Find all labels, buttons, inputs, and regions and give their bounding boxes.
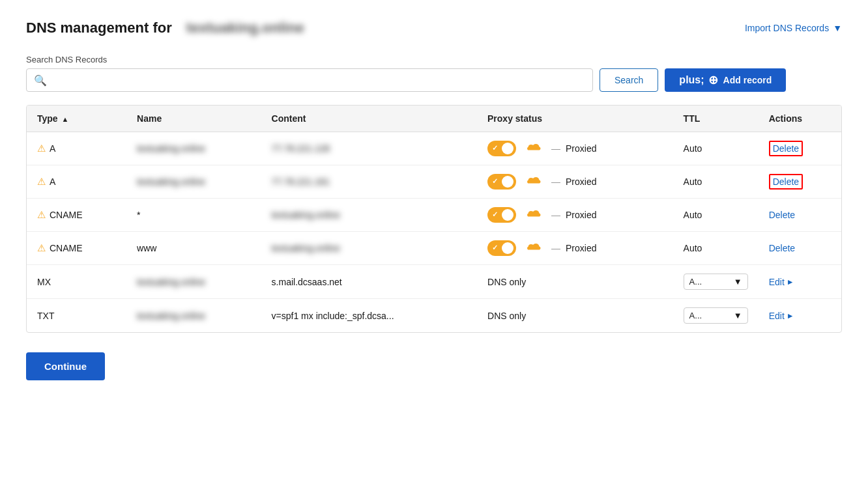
proxy-status-cell: DNS only	[477, 299, 673, 333]
blurred-name: textuaking.online	[137, 277, 205, 287]
actions-cell: Edit►	[759, 299, 841, 333]
search-row: 🔍 Search plus; ⊕ Add record	[26, 68, 842, 92]
record-type: MX	[37, 277, 51, 287]
search-label: Search DNS Records	[26, 55, 842, 64]
actions-cell: Edit►	[759, 265, 841, 299]
col-ttl: TTL	[673, 106, 759, 132]
table-row: ⚠Atextuaking.online77.78.221.128✓ —Proxi…	[27, 132, 841, 165]
delete-link[interactable]: Delete	[769, 243, 795, 253]
blurred-content: 77.78.221.128	[272, 143, 330, 154]
table-body: ⚠Atextuaking.online77.78.221.128✓ —Proxi…	[27, 132, 841, 333]
type-cell: ⚠A	[37, 143, 116, 154]
record-name: *	[126, 199, 261, 232]
page-container: DNS management for textuaking.online Imp…	[0, 0, 868, 406]
proxy-dash: —	[551, 210, 560, 220]
proxy-status-cell: ✓ —Proxied	[477, 199, 673, 232]
proxy-toggle[interactable]: ✓	[487, 240, 516, 256]
ttl-cell: Auto	[673, 165, 759, 199]
edit-link[interactable]: Edit►	[769, 311, 831, 321]
col-name: Name	[126, 106, 261, 132]
blurred-name: textuaking.online	[137, 143, 205, 154]
proxy-status-cell: DNS only	[477, 265, 673, 299]
record-content: v=spf1 mx include:_spf.dcsa...	[261, 299, 477, 333]
proxy-dash: —	[551, 243, 560, 253]
type-cell: ⚠CNAME	[37, 209, 116, 221]
search-input[interactable]	[26, 68, 593, 92]
col-actions: Actions	[759, 106, 841, 132]
right-arrow-icon: ►	[787, 311, 794, 320]
proxy-toggle[interactable]: ✓	[487, 207, 516, 223]
type-cell: TXT	[37, 311, 116, 321]
proxy-status-cell: ✓ —Proxied	[477, 232, 673, 265]
plus-circle-icon: ⊕	[708, 74, 718, 86]
edit-link[interactable]: Edit►	[769, 277, 831, 287]
delete-link[interactable]: Delete	[769, 141, 803, 156]
proxy-toggle-container: ✓ —Proxied	[487, 174, 663, 190]
proxy-toggle[interactable]: ✓	[487, 141, 516, 156]
ttl-value: A...	[689, 311, 702, 320]
proxied-label: Proxied	[566, 143, 596, 154]
orange-cloud-icon	[524, 175, 543, 190]
record-name: textuaking.online	[126, 265, 261, 299]
record-name: textuaking.online	[126, 132, 261, 165]
actions-cell: Delete	[759, 199, 841, 232]
right-arrow-icon: ►	[787, 277, 794, 287]
proxy-dash: —	[551, 176, 560, 187]
title-prefix: DNS management for	[26, 20, 172, 36]
continue-button[interactable]: Continue	[26, 352, 105, 380]
delete-link[interactable]: Delete	[769, 174, 803, 190]
chevron-down-icon: ▼	[833, 23, 842, 33]
dns-records-table-container: Type ▲ Name Content Proxy status TTL Act…	[26, 105, 842, 333]
col-content: Content	[261, 106, 477, 132]
table-header-row: Type ▲ Name Content Proxy status TTL Act…	[27, 106, 841, 132]
type-cell: ⚠CNAME	[37, 242, 116, 254]
blurred-name: textuaking.online	[137, 176, 205, 187]
record-type: CNAME	[50, 243, 83, 253]
table-row: MXtextuaking.onlines.mail.dcsaas.netDNS …	[27, 265, 841, 299]
proxy-toggle-container: ✓ —Proxied	[487, 207, 663, 223]
actions-cell: Delete	[759, 165, 841, 199]
proxy-toggle[interactable]: ✓	[487, 174, 516, 190]
record-content: s.mail.dcsaas.net	[261, 265, 477, 299]
record-type: TXT	[37, 311, 54, 321]
dns-only-label: DNS only	[487, 311, 526, 321]
edit-label: Edit	[769, 311, 785, 321]
import-dns-records-link[interactable]: Import DNS Records ▼	[745, 23, 842, 33]
proxy-status-cell: ✓ —Proxied	[477, 132, 673, 165]
delete-link[interactable]: Delete	[769, 210, 795, 220]
toggle-check-icon: ✓	[492, 177, 498, 186]
record-type: CNAME	[50, 210, 83, 220]
table-row: ⚠CNAME*textuaking.online✓ —ProxiedAutoDe…	[27, 199, 841, 232]
search-input-wrapper: 🔍	[26, 68, 593, 92]
actions-cell: Delete	[759, 232, 841, 265]
dropdown-arrow-icon: ▼	[734, 311, 742, 320]
search-icon: 🔍	[34, 74, 47, 87]
actions-cell: Delete	[759, 132, 841, 165]
warning-icon: ⚠	[37, 209, 46, 221]
page-header: DNS management for textuaking.online Imp…	[26, 20, 842, 36]
ttl-cell[interactable]: A...▼	[673, 265, 759, 299]
ttl-dropdown[interactable]: A...▼	[684, 274, 748, 290]
dns-only-label: DNS only	[487, 277, 526, 287]
proxied-label: Proxied	[566, 243, 596, 253]
add-record-button[interactable]: plus; ⊕ Add record	[665, 68, 786, 92]
record-type: A	[50, 176, 55, 187]
search-button[interactable]: Search	[600, 68, 658, 92]
table-row: TXTtextuaking.onlinev=spf1 mx include:_s…	[27, 299, 841, 333]
ttl-cell[interactable]: A...▼	[673, 299, 759, 333]
ttl-cell: Auto	[673, 232, 759, 265]
record-name: textuaking.online	[126, 165, 261, 199]
sort-arrow-icon: ▲	[62, 115, 69, 123]
warning-icon: ⚠	[37, 176, 46, 188]
proxy-toggle-container: ✓ —Proxied	[487, 141, 663, 156]
warning-icon: ⚠	[37, 143, 46, 154]
col-type: Type ▲	[27, 106, 126, 132]
table-row: ⚠CNAMEwwwtextuaking.online✓ —ProxiedAuto…	[27, 232, 841, 265]
domain-name: textuaking.online	[186, 20, 304, 36]
orange-cloud-icon	[524, 141, 543, 156]
import-label: Import DNS Records	[745, 23, 829, 33]
ttl-dropdown[interactable]: A...▼	[684, 307, 748, 324]
col-proxy-status: Proxy status	[477, 106, 673, 132]
record-content: textuaking.online	[261, 232, 477, 265]
blurred-content: textuaking.online	[272, 210, 340, 220]
